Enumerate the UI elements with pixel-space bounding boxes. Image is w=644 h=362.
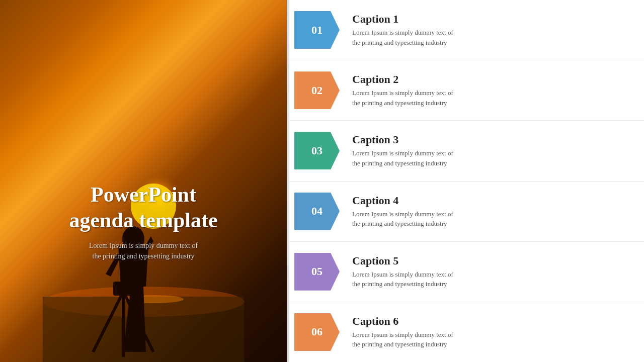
item-number-6: 06 [311, 325, 323, 338]
left-panel: PowerPoint agenda template Lorem Ipsum i… [0, 0, 287, 362]
badge-wrapper-1: 01 [289, 0, 345, 60]
badge-wrapper-5: 05 [289, 242, 345, 302]
agenda-item-1: 01 Caption 1 Lorem Ipsum is simply dummy… [289, 0, 644, 60]
caption-body-4: Lorem Ipsum is simply dummy text ofthe p… [352, 209, 634, 229]
number-badge-6: 06 [294, 313, 340, 351]
slide-title: PowerPoint agenda template [0, 182, 287, 233]
badge-wrapper-4: 04 [289, 182, 345, 241]
item-text-5: Caption 5 Lorem Ipsum is simply dummy te… [345, 249, 634, 294]
item-text-6: Caption 6 Lorem Ipsum is simply dummy te… [345, 310, 634, 354]
number-badge-1: 01 [294, 11, 340, 49]
item-text-4: Caption 4 Lorem Ipsum is simply dummy te… [345, 189, 634, 234]
agenda-item-4: 04 Caption 4 Lorem Ipsum is simply dummy… [289, 182, 644, 242]
agenda-item-3: 03 Caption 3 Lorem Ipsum is simply dummy… [289, 121, 644, 181]
caption-title-3: Caption 3 [352, 133, 634, 146]
number-badge-4: 04 [294, 193, 340, 230]
caption-title-5: Caption 5 [352, 254, 634, 267]
caption-body-3: Lorem Ipsum is simply dummy text ofthe p… [352, 148, 634, 168]
slide-subtitle: Lorem Ipsum is simply dummy text of the … [0, 240, 287, 261]
item-text-1: Caption 1 Lorem Ipsum is simply dummy te… [345, 8, 634, 52]
background-image [0, 0, 287, 362]
item-text-3: Caption 3 Lorem Ipsum is simply dummy te… [345, 128, 634, 173]
agenda-item-5: 05 Caption 5 Lorem Ipsum is simply dummy… [289, 242, 644, 302]
item-text-2: Caption 2 Lorem Ipsum is simply dummy te… [345, 68, 634, 113]
left-text-block: PowerPoint agenda template Lorem Ipsum i… [0, 182, 287, 261]
svg-marker-11 [131, 287, 146, 352]
right-panel: 01 Caption 1 Lorem Ipsum is simply dummy… [289, 0, 644, 362]
caption-title-2: Caption 2 [352, 73, 634, 86]
number-badge-5: 05 [294, 253, 340, 291]
caption-body-2: Lorem Ipsum is simply dummy text ofthe p… [352, 88, 634, 108]
item-number-1: 01 [311, 24, 323, 37]
agenda-item-6: 06 Caption 6 Lorem Ipsum is simply dummy… [289, 302, 644, 362]
number-badge-2: 02 [294, 71, 340, 109]
number-badge-3: 03 [294, 132, 340, 169]
item-number-5: 05 [311, 265, 323, 278]
badge-wrapper-6: 06 [289, 302, 345, 362]
agenda-item-2: 02 Caption 2 Lorem Ipsum is simply dummy… [289, 60, 644, 121]
caption-body-5: Lorem Ipsum is simply dummy text ofthe p… [352, 269, 634, 289]
caption-title-1: Caption 1 [352, 13, 634, 26]
caption-title-6: Caption 6 [352, 315, 634, 328]
caption-body-6: Lorem Ipsum is simply dummy text ofthe p… [352, 330, 634, 349]
caption-title-4: Caption 4 [352, 194, 634, 207]
item-number-4: 04 [311, 205, 323, 218]
item-number-2: 02 [311, 84, 323, 97]
badge-wrapper-3: 03 [289, 121, 345, 180]
item-number-3: 03 [311, 144, 323, 157]
caption-body-1: Lorem Ipsum is simply dummy text ofthe p… [352, 28, 634, 47]
badge-wrapper-2: 02 [289, 60, 345, 120]
